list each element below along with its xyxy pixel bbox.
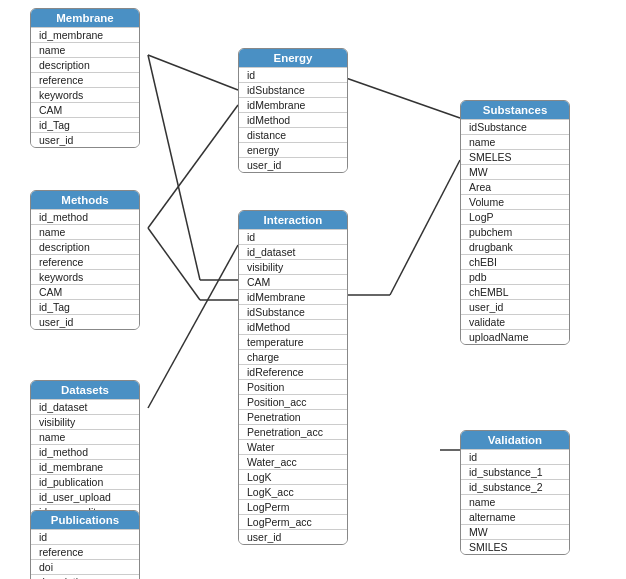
svg-line-7 xyxy=(346,78,460,118)
table-row: reference xyxy=(31,254,139,269)
table-membrane: Membraneid_membranenamedescriptionrefere… xyxy=(30,8,140,148)
table-header-publications: Publications xyxy=(31,511,139,529)
table-row: MW xyxy=(461,164,569,179)
table-datasets: Datasetsid_datasetvisibilitynameid_metho… xyxy=(30,380,140,520)
table-row: CAM xyxy=(31,102,139,117)
table-row: id_substance_2 xyxy=(461,479,569,494)
table-row: id xyxy=(239,229,347,244)
table-row: description xyxy=(31,57,139,72)
table-row: idMembrane xyxy=(239,289,347,304)
table-row: energy xyxy=(239,142,347,157)
table-row: reference xyxy=(31,72,139,87)
table-row: Position_acc xyxy=(239,394,347,409)
table-row: Position xyxy=(239,379,347,394)
table-header-validation: Validation xyxy=(461,431,569,449)
table-row: keywords xyxy=(31,269,139,284)
table-row: description xyxy=(31,239,139,254)
table-row: validate xyxy=(461,314,569,329)
table-row: id_membrane xyxy=(31,27,139,42)
table-row: LogPerm xyxy=(239,499,347,514)
table-row: id_method xyxy=(31,444,139,459)
table-row: user_id xyxy=(31,132,139,147)
table-row: idReference xyxy=(239,364,347,379)
table-row: Water xyxy=(239,439,347,454)
table-row: id_Tag xyxy=(31,299,139,314)
svg-line-0 xyxy=(148,55,238,90)
table-publications: Publicationsidreferencedoidescription xyxy=(30,510,140,579)
table-row: idMethod xyxy=(239,319,347,334)
table-row: Volume xyxy=(461,194,569,209)
table-row: LogK xyxy=(239,469,347,484)
table-header-datasets: Datasets xyxy=(31,381,139,399)
svg-line-1 xyxy=(148,105,238,228)
table-row: idMembrane xyxy=(239,97,347,112)
table-row: id_user_upload xyxy=(31,489,139,504)
table-row: name xyxy=(31,224,139,239)
table-interaction: Interactionidid_datasetvisibilityCAMidMe… xyxy=(238,210,348,545)
table-row: pdb xyxy=(461,269,569,284)
svg-line-8 xyxy=(390,160,460,295)
table-header-substances: Substances xyxy=(461,101,569,119)
table-row: keywords xyxy=(31,87,139,102)
table-row: Penetration_acc xyxy=(239,424,347,439)
table-row: description xyxy=(31,574,139,579)
table-row: id_dataset xyxy=(239,244,347,259)
table-row: LogPerm_acc xyxy=(239,514,347,529)
table-row: idSubstance xyxy=(239,82,347,97)
table-row: charge xyxy=(239,349,347,364)
svg-line-2 xyxy=(148,55,200,280)
table-row: chEBI xyxy=(461,254,569,269)
table-validation: Validationidid_substance_1id_substance_2… xyxy=(460,430,570,555)
table-row: idMethod xyxy=(239,112,347,127)
table-row: user_id xyxy=(31,314,139,329)
table-row: CAM xyxy=(31,284,139,299)
table-row: uploadName xyxy=(461,329,569,344)
table-row: id_membrane xyxy=(31,459,139,474)
table-row: altername xyxy=(461,509,569,524)
table-row: MW xyxy=(461,524,569,539)
table-header-methods: Methods xyxy=(31,191,139,209)
table-methods: Methodsid_methodnamedescriptionreference… xyxy=(30,190,140,330)
table-row: id xyxy=(239,67,347,82)
table-row: reference xyxy=(31,544,139,559)
svg-line-4 xyxy=(148,228,200,300)
table-row: idSubstance xyxy=(461,119,569,134)
table-row: visibility xyxy=(239,259,347,274)
table-row: distance xyxy=(239,127,347,142)
table-row: id_substance_1 xyxy=(461,464,569,479)
table-row: drugbank xyxy=(461,239,569,254)
table-row: idSubstance xyxy=(239,304,347,319)
table-row: Water_acc xyxy=(239,454,347,469)
table-row: LogP xyxy=(461,209,569,224)
table-substances: SubstancesidSubstancenameSMELESMWAreaVol… xyxy=(460,100,570,345)
svg-line-6 xyxy=(148,245,238,408)
table-row: name xyxy=(461,134,569,149)
table-row: name xyxy=(31,42,139,57)
table-row: doi xyxy=(31,559,139,574)
table-row: visibility xyxy=(31,414,139,429)
table-row: chEMBL xyxy=(461,284,569,299)
table-row: LogK_acc xyxy=(239,484,347,499)
table-row: id_dataset xyxy=(31,399,139,414)
table-row: id_method xyxy=(31,209,139,224)
table-header-membrane: Membrane xyxy=(31,9,139,27)
table-row: temperature xyxy=(239,334,347,349)
table-row: Area xyxy=(461,179,569,194)
table-row: pubchem xyxy=(461,224,569,239)
table-header-interaction: Interaction xyxy=(239,211,347,229)
table-row: user_id xyxy=(239,157,347,172)
table-row: name xyxy=(31,429,139,444)
table-energy: EnergyididSubstanceidMembraneidMethoddis… xyxy=(238,48,348,173)
table-row: SMELES xyxy=(461,149,569,164)
table-row: name xyxy=(461,494,569,509)
table-row: id_publication xyxy=(31,474,139,489)
table-row: CAM xyxy=(239,274,347,289)
table-row: SMILES xyxy=(461,539,569,554)
table-row: user_id xyxy=(239,529,347,544)
table-row: id xyxy=(31,529,139,544)
table-row: user_id xyxy=(461,299,569,314)
table-row: Penetration xyxy=(239,409,347,424)
table-header-energy: Energy xyxy=(239,49,347,67)
table-row: id xyxy=(461,449,569,464)
table-row: id_Tag xyxy=(31,117,139,132)
